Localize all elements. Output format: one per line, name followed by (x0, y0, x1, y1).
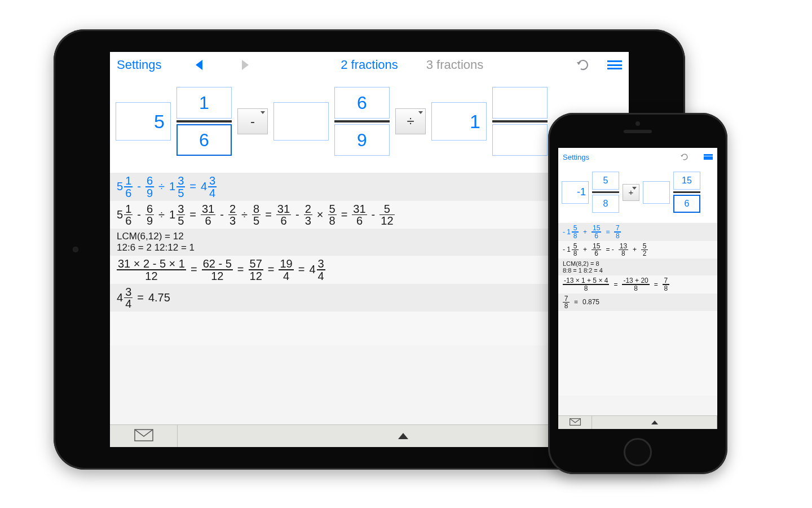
menu-icon[interactable] (607, 60, 622, 69)
fraction-bar (334, 120, 390, 122)
tab-3-fractions[interactable]: 3 fractions (426, 58, 484, 72)
mail-icon (570, 418, 581, 428)
mail-icon (134, 429, 153, 444)
ipad-topbar: Settings 2 fractions 3 fractions (110, 52, 629, 78)
iphone-device: Settings -1 5 8 + 15 6 (548, 113, 727, 474)
solution-row-decimal: 78 = 0.875 (558, 294, 717, 312)
mail-button[interactable] (558, 416, 592, 429)
iphone-screen: Settings -1 5 8 + 15 6 (558, 148, 717, 429)
solution-row-blank (558, 311, 717, 396)
fraction1-whole-input[interactable]: -1 (562, 181, 589, 204)
ipad-camera-dot (73, 247, 78, 252)
iphone-topbar: Settings (558, 148, 717, 166)
mail-button[interactable] (110, 425, 178, 447)
fraction2-whole-input[interactable] (273, 102, 329, 141)
fraction3-denominator-input[interactable] (492, 124, 548, 156)
solution-row-summary: - 158 + 156 = 78 (558, 223, 717, 241)
iphone-bottombar (558, 415, 717, 429)
fraction-bar (492, 120, 548, 122)
fraction2-whole-input[interactable] (643, 181, 670, 204)
fraction1-numerator-input[interactable]: 1 (176, 87, 232, 119)
fraction2-numerator-input[interactable]: 15 (673, 172, 700, 190)
chevron-up-icon (398, 433, 408, 439)
fraction2-numerator-input[interactable]: 6 (334, 87, 390, 119)
settings-button[interactable]: Settings (563, 153, 589, 161)
expand-keyboard-button[interactable] (592, 416, 717, 429)
history-prev-icon[interactable] (196, 60, 202, 70)
operator1-select[interactable]: + (623, 184, 639, 201)
fraction3-whole-input[interactable]: 1 (431, 102, 487, 141)
fraction3-stack (492, 87, 548, 156)
fraction-bar (673, 191, 700, 193)
iphone-solution-area: - 158 + 156 = 78 - 158 + 156 = - 138 + 5… (558, 223, 717, 429)
iphone-speaker (624, 130, 652, 133)
settings-button[interactable]: Settings (117, 58, 162, 72)
fraction2-stack: 15 6 (673, 172, 700, 213)
fraction1-stack: 1 6 (176, 87, 232, 156)
fraction2-stack: 6 9 (334, 87, 390, 156)
iphone-camera-dot (636, 121, 640, 126)
fraction-bar (592, 191, 619, 193)
fraction3-numerator-input[interactable] (492, 87, 548, 119)
fraction2-denominator-input[interactable]: 9 (334, 124, 390, 156)
solution-row-step1: - 158 + 156 = - 138 + 52 (558, 241, 717, 259)
operator2-select[interactable]: ÷ (395, 108, 426, 134)
fraction2-denominator-input[interactable]: 6 (673, 195, 700, 213)
undo-icon[interactable] (680, 153, 689, 161)
fraction1-numerator-input[interactable]: 5 (592, 172, 619, 190)
solution-row-step2: -13 × 1 + 5 × 48 = -13 + 208 = 78 (558, 275, 717, 294)
solution-row-lcm: LCM(8,2) = 8 8:8 = 1 8:2 = 4 (558, 259, 717, 275)
iphone-home-button[interactable] (624, 438, 652, 466)
undo-icon[interactable] (576, 59, 590, 71)
iphone-input-row: -1 5 8 + 15 6 (558, 166, 717, 223)
fraction1-stack: 5 8 (592, 172, 619, 213)
fraction1-denominator-input[interactable]: 8 (592, 195, 619, 213)
menu-icon[interactable] (704, 154, 713, 160)
fraction1-whole-input[interactable]: 5 (116, 102, 171, 141)
tab-2-fractions[interactable]: 2 fractions (341, 58, 398, 72)
chevron-up-icon (651, 421, 658, 424)
history-next-icon[interactable] (242, 60, 249, 70)
fraction-bar (176, 120, 232, 122)
fraction1-denominator-input[interactable]: 6 (176, 124, 232, 156)
operator1-select[interactable]: - (237, 108, 268, 134)
